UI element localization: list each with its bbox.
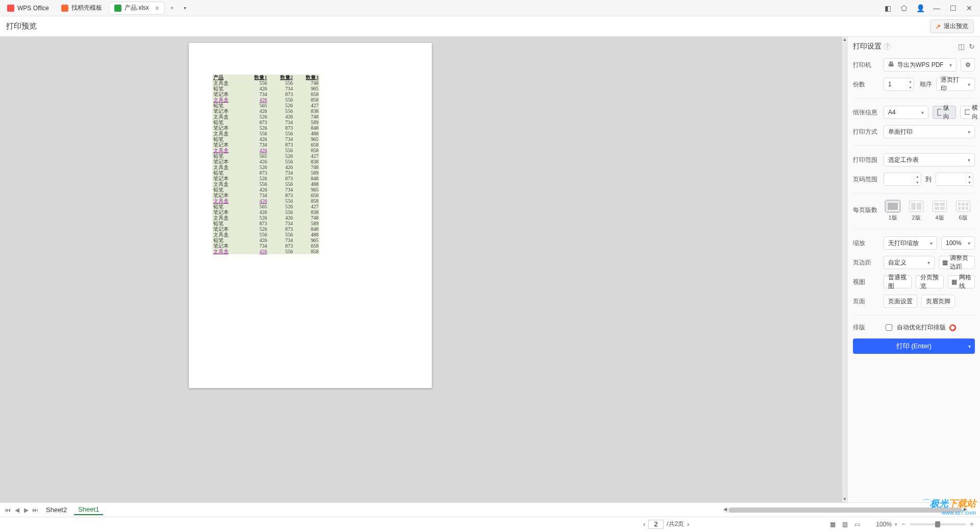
perpage-2[interactable]: 2版 (907, 201, 925, 222)
app-tabbar: WPS Office 找稻壳模板 产品.xlsx × ＋ ▾ ◧ ⬠ 👤 — ☐… (0, 0, 980, 16)
sheet-last-button[interactable]: ⏭ (32, 506, 39, 514)
panel-refresh-icon[interactable]: ↻ (969, 42, 975, 51)
perpage-6[interactable]: 6版 (954, 201, 972, 222)
gear-icon: ⚙ (965, 61, 971, 68)
zoom-out-button[interactable]: － (900, 520, 906, 528)
paper-select[interactable]: A4▾ (884, 106, 928, 119)
printer-settings-button[interactable]: ⚙ (961, 58, 975, 71)
pagerange-to-input[interactable]: ▲▼ (936, 173, 973, 186)
order-label: 顺序 (920, 80, 932, 89)
auto-layout-input[interactable] (886, 324, 892, 331)
panel-header: 打印设置 ? ◫ ↻ (853, 42, 975, 51)
range-label: 打印范围 (853, 156, 879, 164)
watermark: ⌒极光下载站 www.xz7.com (921, 497, 976, 516)
page-prev-button[interactable]: ‹ (643, 521, 645, 528)
box-icon[interactable]: ⬠ (898, 4, 910, 12)
orientation-landscape[interactable]: 横向 (960, 106, 980, 119)
view-break-button[interactable]: 分页预览 (916, 275, 944, 288)
new-tab-button[interactable]: ＋ (166, 3, 178, 14)
help-icon[interactable]: ? (884, 43, 891, 50)
close-window-button[interactable]: ✕ (964, 4, 975, 12)
sheet-tab-sheet1[interactable]: Sheet1 (74, 504, 103, 515)
print-button[interactable]: 打印 (Enter) ▾ (853, 339, 975, 354)
minimize-button[interactable]: — (931, 4, 942, 12)
perpage-4[interactable]: 4版 (930, 201, 949, 222)
range-select[interactable]: 选定工作表▾ (884, 153, 975, 166)
auto-layout-checkbox[interactable]: 自动优化打印排版 ⭕ (884, 323, 957, 332)
chevron-down-icon: ▾ (921, 110, 924, 115)
scale-pct-select[interactable]: 100%▾ (941, 236, 975, 250)
tab-menu-button[interactable]: ▾ (180, 3, 191, 14)
copies-label: 份数 (853, 80, 879, 89)
paper-label: 纸张信息 (853, 108, 879, 117)
avatar-icon[interactable]: 👤 (915, 4, 926, 12)
copies-input[interactable]: 1 ▲▼ (884, 78, 914, 91)
scale-select[interactable]: 无打印缩放▾ (884, 236, 937, 250)
printer-select[interactable]: 🖶导出为WPS PDF ▾ (884, 58, 957, 71)
close-tab-icon[interactable]: × (155, 5, 159, 12)
grid-icon: ▦ (951, 278, 957, 285)
exit-icon: ↗ (936, 23, 941, 30)
chevron-down-icon[interactable]: ▾ (968, 344, 971, 349)
preview-canvas: 产品数量1数量2数量3文具盒556556748铅笔426734965笔记本734… (0, 37, 847, 502)
preview-page: 产品数量1数量2数量3文具盒556556748铅笔426734965笔记本734… (189, 43, 432, 388)
template-icon (61, 5, 68, 12)
panel-toggle-icon[interactable]: ◧ (882, 4, 893, 12)
landscape-icon (965, 109, 970, 115)
vertical-scrollbar[interactable]: ▲ ▼ (842, 37, 847, 502)
perpage-1[interactable]: 1版 (884, 201, 902, 222)
perpage-more[interactable]: ⋯更多 (977, 201, 980, 222)
orientation-portrait[interactable]: 纵向 (933, 106, 956, 119)
stepper-down-icon[interactable]: ▼ (907, 84, 914, 90)
spreadsheet-icon (114, 5, 121, 12)
sheet-nav: ⏮ ◀ ▶ ⏭ (4, 506, 39, 514)
order-select[interactable]: 逐页打印▾ (936, 78, 975, 91)
printer-icon: 🖶 (888, 61, 894, 69)
stepper-up-icon[interactable]: ▲ (907, 78, 914, 84)
mode-select[interactable]: 单面打印▾ (884, 125, 975, 138)
sheet-tab-sheet2[interactable]: Sheet2 (42, 505, 71, 515)
tab-label: 产品.xlsx (125, 4, 149, 12)
view-grid-button[interactable]: ▦网格线 (948, 275, 975, 288)
zoom-in-button[interactable]: ＋ (969, 520, 975, 528)
svg-rect-1 (965, 110, 970, 114)
scale-label: 缩放 (853, 239, 879, 248)
layout-label: 排版 (853, 323, 879, 332)
adjust-margin-button[interactable]: ▦调整页边距 (939, 256, 975, 269)
tab-label: WPS Office (17, 5, 49, 12)
sheet-next-button[interactable]: ▶ (22, 506, 30, 514)
tab-document[interactable]: 产品.xlsx × (109, 2, 164, 14)
pagerange-to-label: 到 (925, 175, 932, 184)
scroll-up-icon[interactable]: ▲ (842, 37, 847, 43)
zoom-menu-icon[interactable]: ▾ (895, 522, 897, 527)
chevron-down-icon: ▾ (968, 82, 970, 87)
chevron-down-icon: ▾ (968, 129, 970, 135)
maximize-button[interactable]: ☐ (947, 4, 959, 12)
margin-select[interactable]: 自定义▾ (884, 256, 935, 269)
view-mode3-icon[interactable]: ▭ (852, 521, 862, 528)
window-controls: ◧ ⬠ 👤 — ☐ ✕ (882, 4, 978, 12)
sheet-first-button[interactable]: ⏮ (4, 506, 11, 514)
zoom-slider[interactable] (910, 523, 966, 525)
sheet-prev-button[interactable]: ◀ (13, 506, 20, 514)
premium-icon: ⭕ (949, 324, 957, 331)
tab-templates[interactable]: 找稻壳模板 (56, 2, 107, 14)
scroll-down-icon[interactable]: ▼ (842, 496, 847, 502)
tab-label: 找稻壳模板 (71, 4, 102, 12)
status-bar: ‹ /共2页 › ▦ ▥ ▭ 100% ▾ － ＋ (0, 517, 980, 531)
wps-logo-icon (7, 5, 14, 12)
view-normal-button[interactable]: 普通视图 (884, 275, 912, 288)
page-number-input[interactable] (648, 520, 664, 529)
view-mode2-icon[interactable]: ▥ (840, 521, 849, 528)
tab-wps-home[interactable]: WPS Office (2, 2, 54, 14)
margin-icon: ▦ (942, 259, 948, 266)
exit-preview-button[interactable]: ↗ 退出预览 (930, 19, 974, 33)
header-footer-button[interactable]: 页眉页脚 (921, 295, 955, 308)
svg-rect-0 (938, 109, 941, 115)
watermark-arc-icon: ⌒ (921, 498, 930, 509)
panel-layout-icon[interactable]: ◫ (958, 42, 965, 51)
page-setup-button[interactable]: 页面设置 (884, 295, 917, 308)
view-mode1-icon[interactable]: ▦ (828, 521, 837, 528)
page-next-button[interactable]: › (687, 521, 689, 528)
pagerange-from-input[interactable]: ▲▼ (884, 173, 921, 186)
